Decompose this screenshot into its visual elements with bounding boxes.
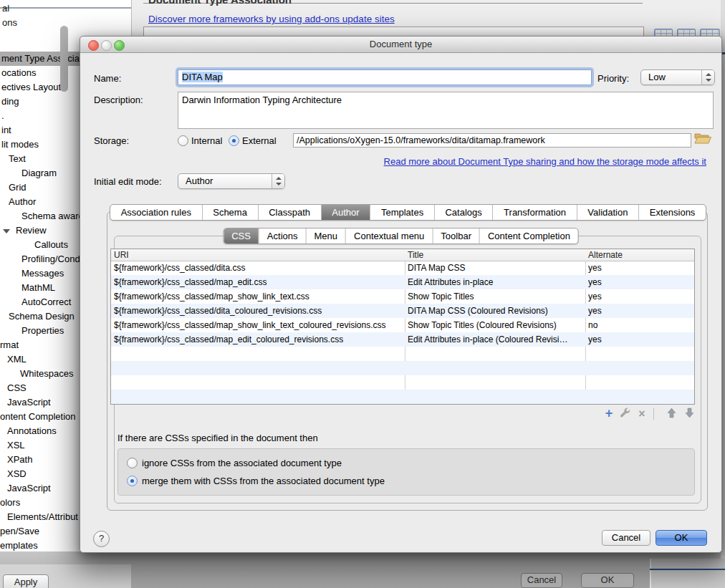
sidebar-item-label: Whitespaces xyxy=(0,368,73,379)
table-cell: DITA Map CSS (Coloured Revisions) xyxy=(408,304,584,318)
merge-css-label: merge them with CSSs from the associated… xyxy=(142,476,385,486)
storage-internal-radio[interactable] xyxy=(178,135,188,146)
storage-mode-link[interactable]: Read more about Document Type sharing an… xyxy=(384,156,706,167)
tab-catalogs[interactable]: Catalogs xyxy=(434,205,493,220)
table-cell: ${framework}/css_classed/map_edit_colour… xyxy=(114,332,403,347)
column-header[interactable]: Alternate xyxy=(588,249,623,261)
ignore-css-option[interactable]: ignore CSSs from the associated document… xyxy=(127,458,342,469)
sidebar-item[interactable]: al xyxy=(2,1,124,16)
table-cell: no xyxy=(588,318,691,332)
column-header[interactable]: URI xyxy=(114,249,129,261)
storage-external-label[interactable]: External xyxy=(242,135,277,146)
disclosure-triangle-icon[interactable] xyxy=(3,229,10,233)
table-row[interactable]: ${framework}/css_classed/map_show_link_t… xyxy=(111,318,694,332)
table-row[interactable]: ${framework}/css_classed/map_show_link_t… xyxy=(111,289,694,304)
tab-schema[interactable]: Schema xyxy=(202,205,258,220)
background-ok-button[interactable]: OK xyxy=(581,573,634,588)
table-row[interactable]: ${framework}/css_classed/dita_coloured_r… xyxy=(111,304,694,318)
dialog-titlebar[interactable]: Document type xyxy=(80,37,721,53)
table-empty-row[interactable] xyxy=(111,347,694,361)
author-subtab-bar: CSSActionsMenuContextual menuToolbarCont… xyxy=(223,228,579,244)
priority-select[interactable]: Low xyxy=(640,69,715,85)
storage-internal-label[interactable]: Internal xyxy=(191,135,222,146)
storage-path-input[interactable]: /Applications/oXygen-15.0/frameworks/dit… xyxy=(293,133,691,148)
move-up-icon[interactable] xyxy=(665,408,678,420)
section-heading: Document Type Association xyxy=(148,0,292,6)
tab-content-completion[interactable]: Content Completion xyxy=(479,228,578,244)
tab-toolbar[interactable]: Toolbar xyxy=(432,228,479,244)
tab-menu[interactable]: Menu xyxy=(306,228,346,244)
name-input[interactable]: DITA Map xyxy=(178,69,592,85)
tab-author[interactable]: Author xyxy=(321,205,370,220)
sidebar-item-label: lit modes xyxy=(0,139,39,150)
sidebar-item-label: ment Type Associat xyxy=(0,53,82,64)
table-empty-row[interactable] xyxy=(111,390,694,404)
sidebar-item-label: Callouts xyxy=(0,239,68,250)
table-cell: ${framework}/css_classed/map_show_link_t… xyxy=(114,289,403,304)
cancel-button[interactable]: Cancel xyxy=(602,530,650,546)
table-empty-row[interactable] xyxy=(111,375,694,390)
move-down-icon[interactable] xyxy=(683,408,696,420)
apply-button[interactable]: Apply xyxy=(3,574,49,588)
discover-frameworks-link[interactable]: Discover more frameworks by using add-on… xyxy=(148,14,395,24)
sidebar-scrollbar[interactable] xyxy=(60,26,68,92)
table-cell: yes xyxy=(588,304,691,318)
css-table: URITitleAlternate ${framework}/css_class… xyxy=(110,249,695,405)
ignore-css-radio[interactable] xyxy=(127,458,138,468)
tab-classpath[interactable]: Classpath xyxy=(258,205,321,220)
tab-actions[interactable]: Actions xyxy=(259,228,306,244)
stepper-arrows-icon[interactable] xyxy=(272,174,284,188)
table-empty-row[interactable] xyxy=(111,361,694,375)
table-cell: Show Topic Titles xyxy=(408,289,584,304)
edit-mode-value: Author xyxy=(186,175,213,186)
table-cell: ${framework}/css_classed/dita_coloured_r… xyxy=(114,304,403,318)
tab-css[interactable]: CSS xyxy=(224,228,259,244)
description-label: Description: xyxy=(94,95,143,105)
edit-wrench-icon[interactable] xyxy=(619,408,632,420)
merge-css-option[interactable]: merge them with CSSs from the associated… xyxy=(127,476,385,487)
sidebar-item-label: Text xyxy=(0,153,26,164)
table-cell: DITA Map CSS xyxy=(408,261,584,275)
background-cancel-button[interactable]: Cancel xyxy=(521,573,562,588)
table-row[interactable]: ${framework}/css_classed/map_edit_colour… xyxy=(111,332,694,347)
priority-label: Priority: xyxy=(597,73,629,84)
dialog-title: Document type xyxy=(80,39,721,49)
tab-extensions[interactable]: Extensions xyxy=(638,205,706,220)
column-header[interactable]: Title xyxy=(408,249,423,261)
folder-browse-icon[interactable] xyxy=(694,131,711,147)
merge-css-radio[interactable] xyxy=(127,476,138,486)
table-cell: Edit Attributes in-place (Coloured Revis… xyxy=(408,332,584,347)
dialog-tab-bar: Association rulesSchemaClasspathAuthorTe… xyxy=(110,204,706,221)
sidebar-item-label: Properties xyxy=(0,325,64,336)
table-row[interactable]: ${framework}/css_classed/dita.cssDITA Ma… xyxy=(111,261,694,275)
sidebar-item-label: olors xyxy=(0,497,20,508)
edit-mode-select[interactable]: Author xyxy=(178,173,285,189)
add-icon[interactable]: + xyxy=(602,408,615,420)
tab-association-rules[interactable]: Association rules xyxy=(110,205,202,220)
ok-button[interactable]: OK xyxy=(656,530,707,546)
help-button[interactable]: ? xyxy=(93,531,110,547)
sidebar-item-label: Schema aware xyxy=(0,211,84,221)
sidebar-item-label: Diagram xyxy=(0,168,57,178)
table-row[interactable]: ${framework}/css_classed/map_edit.cssEdi… xyxy=(111,275,694,289)
table-cell: yes xyxy=(588,332,691,347)
stepper-arrows-icon[interactable] xyxy=(701,70,714,85)
sidebar-item-label: ontent Completion xyxy=(0,411,76,422)
tab-contextual-menu[interactable]: Contextual menu xyxy=(345,228,432,244)
delete-icon[interactable]: × xyxy=(635,408,648,420)
sidebar-item-label: Schema Design xyxy=(0,311,75,322)
sidebar-item-label: CSS xyxy=(0,382,27,393)
description-textarea[interactable]: Darwin Information Typing Architecture xyxy=(178,92,714,129)
sidebar-item-label: JavaScript xyxy=(0,397,51,408)
name-value-selected-text: DITA Map xyxy=(182,72,223,82)
storage-external-radio[interactable] xyxy=(229,135,239,146)
sidebar-item-label: pen/Save xyxy=(0,526,39,536)
tab-templates[interactable]: Templates xyxy=(370,205,434,220)
name-label: Name: xyxy=(94,73,121,84)
sidebar-item-label: Grid xyxy=(0,182,27,193)
tab-validation[interactable]: Validation xyxy=(577,205,638,220)
tab-transformation[interactable]: Transformation xyxy=(492,205,576,220)
sidebar-item-label: Profiling/Cond xyxy=(0,254,80,264)
sidebar-item-label: Author xyxy=(0,196,36,207)
sidebar-item-label: emplates xyxy=(0,540,38,551)
